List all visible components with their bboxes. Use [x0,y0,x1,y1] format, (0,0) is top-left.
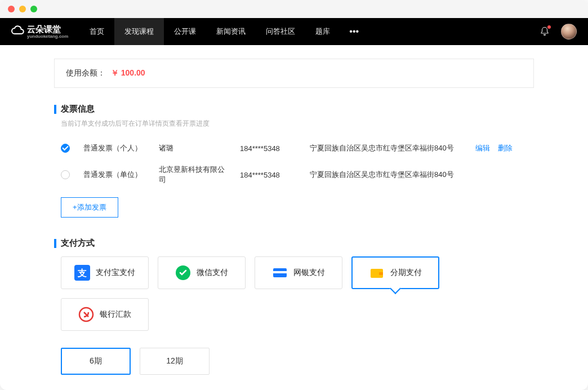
invoice-phone: 184****5348 [240,171,296,179]
pay-option-label: 网银支付 [293,268,325,278]
nav-item-home[interactable]: 首页 [79,18,114,45]
pay-option-netbank[interactable]: 网银支付 [255,256,342,289]
invoice-name: 北京昱新科技有限公司 [159,165,226,185]
balance-amount: ￥ 100.00 [111,68,145,77]
invoice-row: 普通发票（个人） 诸璐 184****5348 宁夏回族自治区吴忠市红寺堡区幸福… [54,138,534,159]
window-titlebar [0,0,588,18]
avatar[interactable] [561,24,577,39]
content-area: 使用余额： ￥ 100.00 发票信息 当前订单支付成功后可在订单详情页查看开票… [0,45,588,390]
payment-section-head: 支付方式 [54,238,534,249]
invoice-radio-personal[interactable] [61,144,70,153]
pay-option-banktransfer[interactable]: 银行汇款 [61,298,149,331]
installment-6[interactable]: 6期 [61,348,131,375]
balance-box: 使用余额： ￥ 100.00 [54,59,534,88]
invoice-edit-link[interactable]: 编辑 [475,144,490,152]
payment-section-title: 支付方式 [61,238,95,249]
invoice-address: 宁夏回族自治区吴忠市红寺堡区幸福街840号 [310,170,462,180]
pay-option-label: 银行汇款 [100,309,131,320]
window-minimize-icon[interactable] [19,6,26,12]
nav-more-icon[interactable]: ••• [340,18,368,45]
installment-12[interactable]: 12期 [140,348,210,375]
logo-cloud-icon [11,25,25,38]
window-close-icon[interactable] [8,6,15,12]
invoice-actions: 编辑 删除 [475,143,518,153]
invoice-type: 普通发票（单位） [83,170,145,180]
app-window: 云朵课堂 yunduoketang.com 首页 发现课程 公开课 新闻资讯 问… [0,0,588,390]
section-accent-icon [54,105,56,114]
invoice-address: 宁夏回族自治区吴忠市红寺堡区幸福街840号 [310,143,462,153]
pay-option-label: 支付宝支付 [96,268,135,278]
svg-rect-4 [273,271,287,273]
nav-items: 首页 发现课程 公开课 新闻资讯 问答社区 题库 ••• [79,18,368,45]
installment-options: 6期 12期 [61,348,534,375]
nav-item-discover[interactable]: 发现课程 [114,18,164,45]
pay-option-label: 分期支付 [390,268,422,278]
logo-text: 云朵课堂 [27,24,61,34]
invoice-section-title: 发票信息 [61,104,95,114]
nav-item-qa[interactable]: 问答社区 [256,18,305,45]
alipay-icon: 支 [74,265,90,281]
invoice-section-head: 发票信息 [54,104,534,114]
notification-dot-icon [547,25,551,29]
logo[interactable]: 云朵课堂 yunduoketang.com [11,24,68,39]
invoice-type: 普通发票（个人） [83,143,145,153]
wallet-icon [369,265,385,281]
nav-item-news[interactable]: 新闻资讯 [206,18,256,45]
invoice-subtitle: 当前订单支付成功后可在订单详情页查看开票进度 [61,119,534,128]
pay-option-alipay[interactable]: 支 支付宝支付 [61,256,149,289]
invoice-delete-link[interactable]: 删除 [498,144,513,152]
bank-icon [78,307,94,322]
svg-rect-6 [379,272,383,275]
window-maximize-icon[interactable] [30,6,37,12]
pay-option-label: 微信支付 [197,268,228,278]
add-invoice-button[interactable]: +添加发票 [61,197,118,218]
nav-right [540,24,577,39]
payment-section: 支付方式 支 支付宝支付 微信支付 [54,238,534,390]
pay-option-installment[interactable]: 分期支付 [351,256,439,289]
logo-sub: yunduoketang.com [27,34,68,39]
svg-text:支: 支 [77,268,87,278]
invoice-row: 普通发票（单位） 北京昱新科技有限公司 184****5348 宁夏回族自治区吴… [54,159,534,190]
pay-option-wechat[interactable]: 微信支付 [158,256,246,289]
notification-bell-icon[interactable] [540,26,550,37]
payment-options: 支 支付宝支付 微信支付 网银支付 [61,256,534,331]
invoice-radio-company[interactable] [61,170,70,179]
invoice-name: 诸璐 [159,143,226,153]
top-nav: 云朵课堂 yunduoketang.com 首页 发现课程 公开课 新闻资讯 问… [0,18,588,45]
nav-item-exam[interactable]: 题库 [305,18,340,45]
balance-label: 使用余额： [66,68,105,77]
section-accent-icon [54,239,56,248]
card-icon [272,265,288,281]
nav-item-open-course[interactable]: 公开课 [164,18,206,45]
wechat-icon [175,265,191,281]
invoice-phone: 184****5348 [240,144,296,153]
